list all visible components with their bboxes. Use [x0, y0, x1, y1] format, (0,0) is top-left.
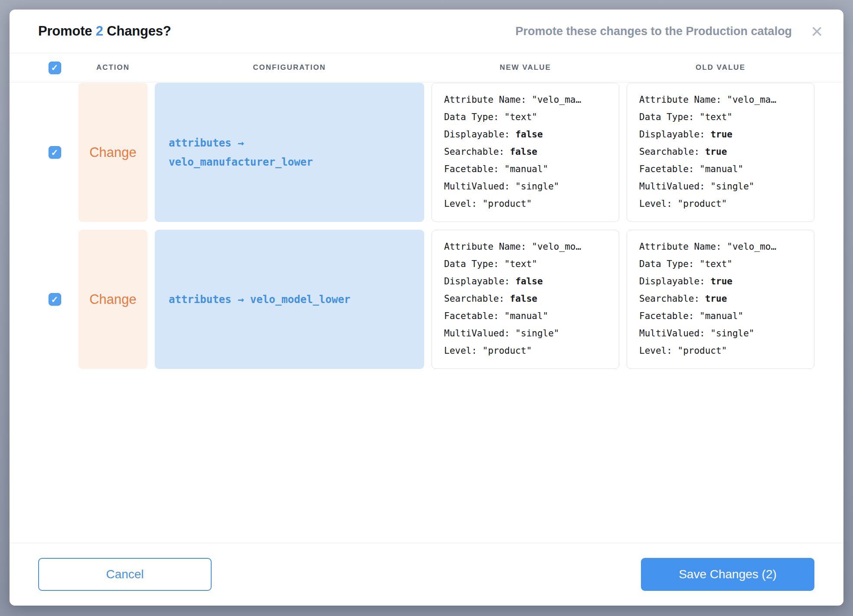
value-line: MultiValued: "single"	[639, 325, 804, 342]
check-icon: ✓	[51, 63, 59, 72]
value-line: Displayable: false	[444, 126, 609, 143]
config-line: velo_manufacturer_lower	[169, 153, 415, 172]
old-value-cell: Attribute Name: "velo_mo… Data Type: "te…	[627, 230, 814, 369]
column-header-old-value: OLD VALUE	[627, 63, 814, 72]
row-checkbox[interactable]: ✓	[49, 146, 61, 159]
table-row: ✓ Change attributes → velo_manufacturer_…	[10, 83, 843, 222]
value-line: Facetable: "manual"	[444, 160, 609, 178]
value-line: Level: "product"	[444, 195, 609, 212]
table-body: ✓ Change attributes → velo_manufacturer_…	[10, 82, 843, 369]
check-icon: ✓	[51, 295, 59, 304]
column-header-configuration: CONFIGURATION	[155, 63, 424, 72]
table-row: ✓ Change attributes → velo_model_lower A…	[10, 230, 843, 369]
select-all-checkbox[interactable]: ✓	[49, 62, 61, 74]
value-line: Attribute Name: "velo_mo…	[639, 238, 804, 255]
action-badge: Change	[78, 230, 147, 369]
value-line: MultiValued: "single"	[639, 178, 804, 195]
old-value-cell: Attribute Name: "velo_ma… Data Type: "te…	[627, 83, 814, 222]
dialog-title: Promote 2 Changes?	[38, 23, 171, 39]
checkbox-cell: ✓	[38, 83, 71, 222]
value-line: Searchable: true	[639, 290, 804, 307]
configuration-cell: attributes → velo_manufacturer_lower	[155, 83, 424, 222]
value-line: Facetable: "manual"	[444, 307, 609, 325]
dialog-footer: Cancel Save Changes (2)	[10, 543, 843, 606]
value-line: MultiValued: "single"	[444, 325, 609, 342]
new-value-cell: Attribute Name: "velo_mo… Data Type: "te…	[431, 230, 619, 369]
title-count: 2	[96, 23, 103, 39]
promote-changes-dialog: Promote 2 Changes? Promote these changes…	[10, 10, 843, 606]
value-line: Data Type: "text"	[444, 108, 609, 126]
title-text: Changes?	[103, 23, 171, 39]
title-text: Promote	[38, 23, 96, 39]
select-all-cell: ✓	[38, 62, 71, 74]
value-line: Searchable: false	[444, 143, 609, 160]
value-line: Facetable: "manual"	[639, 307, 804, 325]
action-badge: Change	[78, 83, 147, 222]
table-header: ✓ ACTION CONFIGURATION NEW VALUE OLD VAL…	[10, 53, 843, 82]
dialog-header: Promote 2 Changes? Promote these changes…	[10, 10, 843, 53]
checkbox-cell: ✓	[38, 230, 71, 369]
column-header-new-value: NEW VALUE	[431, 63, 619, 72]
value-line: Data Type: "text"	[639, 255, 804, 273]
config-line: attributes → velo_model_lower	[169, 290, 415, 309]
value-line: Displayable: true	[639, 273, 804, 290]
value-line: Displayable: true	[639, 126, 804, 143]
save-changes-button[interactable]: Save Changes (2)	[641, 558, 814, 591]
action-label: Change	[89, 292, 137, 307]
action-label: Change	[89, 145, 137, 160]
configuration-cell: attributes → velo_model_lower	[155, 230, 424, 369]
value-line: Data Type: "text"	[639, 108, 804, 126]
value-line: Facetable: "manual"	[639, 160, 804, 178]
dialog-subtitle: Promote these changes to the Production …	[516, 25, 792, 38]
value-line: Level: "product"	[639, 342, 804, 359]
value-line: Level: "product"	[444, 342, 609, 359]
config-line: attributes →	[169, 134, 415, 153]
value-line: Searchable: true	[639, 143, 804, 160]
value-line: MultiValued: "single"	[444, 178, 609, 195]
value-line: Level: "product"	[639, 195, 804, 212]
value-line: Displayable: false	[444, 273, 609, 290]
value-line: Attribute Name: "velo_ma…	[444, 91, 609, 108]
check-icon: ✓	[51, 148, 59, 157]
row-checkbox[interactable]: ✓	[49, 293, 61, 306]
value-line: Data Type: "text"	[444, 255, 609, 273]
close-icon[interactable]: ×	[811, 23, 823, 39]
new-value-cell: Attribute Name: "velo_ma… Data Type: "te…	[431, 83, 619, 222]
column-header-action: ACTION	[78, 63, 147, 72]
value-line: Attribute Name: "velo_ma…	[639, 91, 804, 108]
value-line: Searchable: false	[444, 290, 609, 307]
cancel-button[interactable]: Cancel	[38, 558, 212, 591]
value-line: Attribute Name: "velo_mo…	[444, 238, 609, 255]
